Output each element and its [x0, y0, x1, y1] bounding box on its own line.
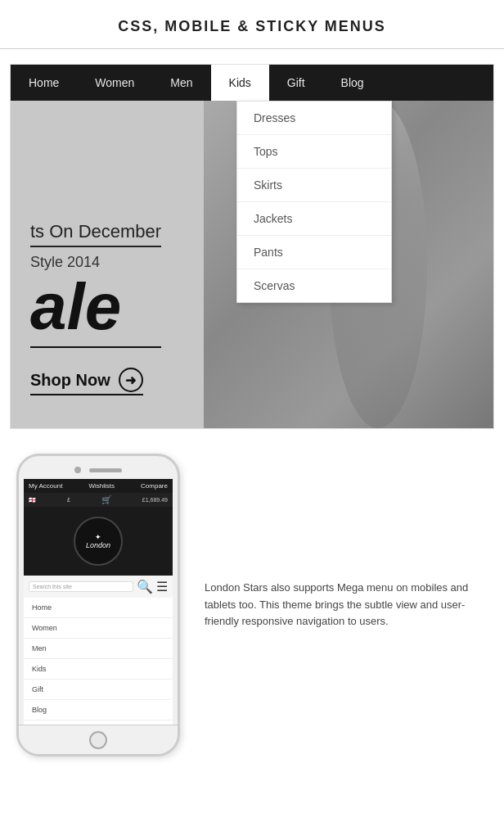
- dropdown-item-tops[interactable]: Tops: [237, 135, 391, 169]
- phone-screen: My Account Wishlists Compare 🏴󠁧󠁢󠁥󠁮󠁧󠁿 £ 🛒…: [24, 479, 173, 725]
- phone-mockup: My Account Wishlists Compare 🏴󠁧󠁢󠁥󠁮󠁧󠁿 £ 🛒…: [16, 454, 180, 757]
- phone-menu-men[interactable]: Men: [24, 639, 173, 659]
- dropdown-item-dresses[interactable]: Dresses: [237, 102, 391, 135]
- phone-speaker: [89, 468, 122, 472]
- phone-currency: £: [67, 497, 70, 503]
- phone-search-input[interactable]: Search this site: [29, 581, 133, 592]
- phone-menu-home[interactable]: Home: [24, 598, 173, 618]
- dropdown-item-scervas[interactable]: Scervas: [237, 269, 391, 302]
- page-title: CSS, MOBILE & STICKY MENUS: [16, 18, 488, 35]
- phone-price: £1,689.49: [142, 497, 168, 503]
- phone-menu-women[interactable]: Women: [24, 618, 173, 639]
- phone-menu-items: Home Women Men Kids Gift Blog: [24, 598, 173, 725]
- phone-menu-kids[interactable]: Kids: [24, 659, 173, 680]
- dropdown-item-skirts[interactable]: Skirts: [237, 169, 391, 202]
- shop-now-button[interactable]: Shop Now ➜: [30, 368, 143, 395]
- hero-content: ts On December Style 2014 ale Shop Now ➜: [11, 221, 181, 428]
- nav-item-women[interactable]: Women: [77, 65, 152, 101]
- phone-bottom-bar: [19, 725, 178, 754]
- hero-subtitle: ts On December: [30, 221, 161, 247]
- phone-nav-wishlists: Wishlists: [88, 482, 115, 490]
- phone-logo-text: London: [86, 541, 110, 549]
- phone-nav-compare: Compare: [141, 482, 168, 490]
- nav-item-blog[interactable]: Blog: [323, 65, 382, 101]
- phone-nav-bar: My Account Wishlists Compare: [24, 479, 173, 493]
- phone-camera: [74, 467, 81, 473]
- bottom-section: My Account Wishlists Compare 🏴󠁧󠁢󠁥󠁮󠁧󠁿 £ 🛒…: [0, 429, 504, 781]
- description-text: London Stars also supports Mega menu on …: [205, 580, 488, 630]
- phone-cart-icon: 🛒: [101, 495, 111, 504]
- nav-item-men[interactable]: Men: [152, 65, 210, 101]
- demo-container: Home Women Men Kids Gift Blog Dresses To…: [10, 64, 494, 429]
- nav-item-kids[interactable]: Kids: [211, 65, 269, 101]
- dropdown-menu: Dresses Tops Skirts Jackets Pants Scerva…: [236, 101, 392, 303]
- phone-search-icon: 🔍: [137, 579, 153, 594]
- dropdown-item-pants[interactable]: Pants: [237, 236, 391, 269]
- page-title-section: CSS, MOBILE & STICKY MENUS: [0, 0, 504, 49]
- phone-top-bar: [19, 456, 178, 479]
- phone-logo-circle: ✦ London: [74, 517, 123, 566]
- shop-now-arrow-icon: ➜: [119, 368, 143, 392]
- phone-menu-icon: ☰: [156, 579, 168, 594]
- phone-logo-section: ✦ London: [24, 507, 173, 576]
- hero-style-label: Style 2014: [30, 254, 161, 271]
- phone-home-button[interactable]: [89, 731, 107, 749]
- phone-nav-my-account: My Account: [29, 482, 62, 490]
- nav-item-gift[interactable]: Gift: [269, 65, 323, 101]
- hero-sale-text: ale: [30, 274, 161, 348]
- shop-now-label: Shop Now: [30, 371, 110, 390]
- nav-item-home[interactable]: Home: [11, 65, 77, 101]
- phone-search-bar: Search this site 🔍 ☰: [24, 576, 173, 598]
- phone-account-bar: 🏴󠁧󠁢󠁥󠁮󠁧󠁿 £ 🛒 £1,689.49: [24, 493, 173, 507]
- phone-menu-blog[interactable]: Blog: [24, 700, 173, 720]
- nav-bar: Home Women Men Kids Gift Blog: [11, 65, 493, 101]
- phone-flag-icon: 🏴󠁧󠁢󠁥󠁮󠁧󠁿: [29, 497, 36, 504]
- phone-menu-gift[interactable]: Gift: [24, 680, 173, 700]
- dropdown-item-jackets[interactable]: Jackets: [237, 202, 391, 236]
- phone-logo-star: ✦: [95, 533, 101, 541]
